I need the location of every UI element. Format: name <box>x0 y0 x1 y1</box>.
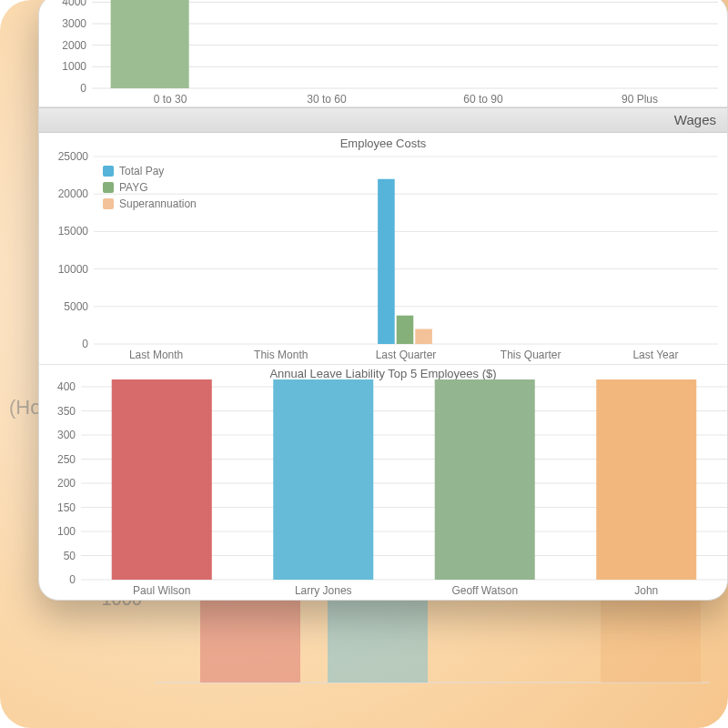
svg-text:Annual Leave Liability Top 5 E: Annual Leave Liability Top 5 Employees (… <box>269 367 496 380</box>
svg-rect-79 <box>596 379 696 580</box>
svg-text:This Month: This Month <box>254 349 308 361</box>
svg-text:Superannuation: Superannuation <box>119 197 197 210</box>
chart-annual-leave: Annual Leave Liability Top 5 Employees (… <box>39 365 727 600</box>
svg-text:25000: 25000 <box>58 150 89 163</box>
svg-text:100: 100 <box>57 525 76 538</box>
svg-text:John: John <box>634 584 658 597</box>
chart-employee-costs: Employee Costs0500010000150002000025000L… <box>39 133 727 365</box>
svg-text:Total Pay: Total Pay <box>119 165 164 177</box>
svg-text:4000: 4000 <box>62 0 86 8</box>
svg-text:350: 350 <box>57 405 76 418</box>
svg-text:Last Year: Last Year <box>632 349 678 361</box>
svg-text:60 to 90: 60 to 90 <box>463 93 503 106</box>
svg-text:200: 200 <box>57 477 76 490</box>
svg-rect-48 <box>103 166 114 177</box>
svg-text:Last Quarter: Last Quarter <box>376 349 437 361</box>
svg-text:Last Month: Last Month <box>129 349 183 361</box>
svg-rect-77 <box>435 379 535 580</box>
svg-text:300: 300 <box>57 429 76 441</box>
svg-text:Paul Wilson: Paul Wilson <box>133 584 190 597</box>
svg-text:15000: 15000 <box>58 225 89 238</box>
svg-text:This Quarter: This Quarter <box>500 349 561 361</box>
svg-text:0 to 30: 0 to 30 <box>154 93 187 106</box>
svg-text:PAYG: PAYG <box>119 181 148 194</box>
svg-text:0: 0 <box>69 573 76 586</box>
svg-text:150: 150 <box>57 501 76 514</box>
svg-text:250: 250 <box>57 453 76 466</box>
svg-rect-52 <box>103 198 114 209</box>
svg-rect-43 <box>397 316 414 344</box>
svg-text:Geoff Watson: Geoff Watson <box>451 584 518 597</box>
svg-text:400: 400 <box>57 380 76 393</box>
svg-text:5000: 5000 <box>64 300 88 313</box>
svg-text:20000: 20000 <box>58 187 89 200</box>
svg-rect-50 <box>103 182 114 193</box>
svg-rect-42 <box>378 179 395 344</box>
dashboard-panel: 010002000300040000 to 3030 to 6060 to 90… <box>38 0 728 601</box>
svg-rect-44 <box>415 329 432 344</box>
svg-text:0: 0 <box>80 82 86 95</box>
svg-rect-73 <box>112 379 212 580</box>
svg-rect-75 <box>273 379 373 580</box>
svg-text:10000: 10000 <box>58 263 89 276</box>
chart-age-buckets: 010002000300040000 to 3030 to 6060 to 90… <box>39 0 727 107</box>
svg-text:1000: 1000 <box>62 60 86 73</box>
svg-text:2000: 2000 <box>62 39 86 52</box>
section-header-label: Wages <box>674 108 716 132</box>
svg-text:30 to 60: 30 to 60 <box>307 93 347 106</box>
svg-text:Employee Costs: Employee Costs <box>340 136 427 150</box>
svg-text:Larry Jones: Larry Jones <box>295 584 352 597</box>
svg-text:0: 0 <box>82 338 88 350</box>
svg-rect-22 <box>111 0 189 88</box>
svg-text:50: 50 <box>64 550 76 562</box>
svg-text:3000: 3000 <box>62 17 86 30</box>
svg-text:90 Plus: 90 Plus <box>622 93 658 106</box>
section-header-wages: Wages <box>39 107 727 133</box>
